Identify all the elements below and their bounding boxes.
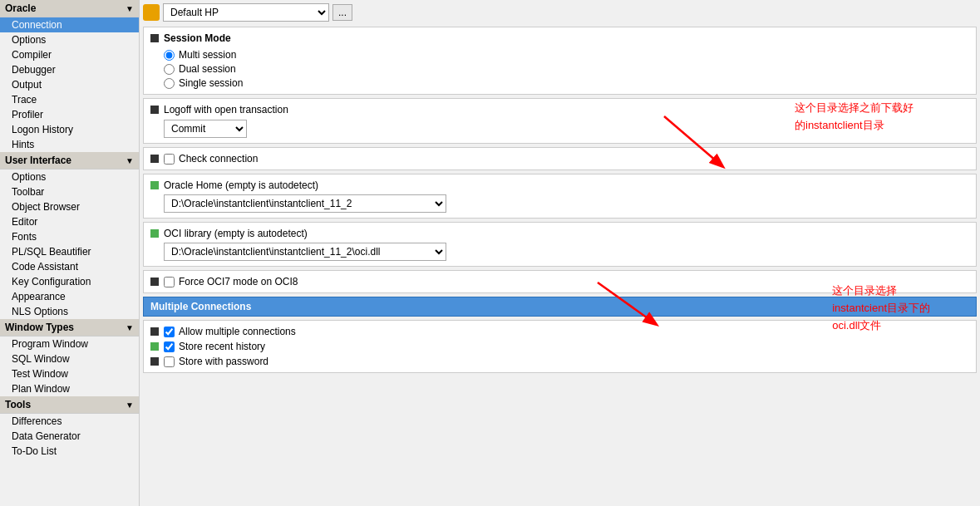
force-oci7-item[interactable]: Force OCI7 mode on OCI8 [164,276,298,287]
check-connection-section: Check connection [143,147,977,170]
wt-arrow-icon: ▼ [126,323,134,332]
logoff-square [150,106,159,114]
sidebar-item-nls-options[interactable]: NLS Options [0,304,139,319]
sidebar-item-test-window[interactable]: Test Window [0,366,139,381]
sidebar-group-oracle[interactable]: Oracle ▼ [0,0,139,17]
sidebar-item-editor[interactable]: Editor [0,214,139,229]
radio-single-input[interactable] [164,78,175,89]
store-password-square [150,357,159,366]
sidebar-item-compiler[interactable]: Compiler [0,47,139,62]
sidebar-group-ui-label: User Interface [5,155,71,166]
oracle-home-square [150,181,159,189]
multiple-connections-section: Allow multiple connections Store recent … [143,320,977,373]
radio-multi-label: Multi session [179,49,236,61]
logoff-section: Logoff with open transaction Commit [143,98,977,144]
allow-mc-square [150,327,159,336]
sidebar-item-differences[interactable]: Differences [0,414,139,429]
session-mode-section: Session Mode Multi session Dual session … [143,27,977,95]
sidebar-item-output[interactable]: Output [0,77,139,92]
sidebar-item-sql-window[interactable]: SQL Window [0,351,139,366]
check-connection-item[interactable]: Check connection [164,153,258,165]
store-recent-checkbox[interactable] [164,341,175,352]
sidebar-group-wt-label: Window Types [5,322,74,333]
oci-library-select[interactable]: D:\Oracle\instantclient\instantclient_11… [164,243,446,261]
sidebar-item-ui-options[interactable]: Options [0,169,139,184]
right-panel: 这个目录选择之前下载好 的instantclient目录 这个目录选择 inst… [140,0,980,506]
topbar: Default HP ... [143,3,977,22]
force-oci7-label: Force OCI7 mode on OCI8 [179,276,298,287]
sidebar-item-object-browser[interactable]: Object Browser [0,199,139,214]
logoff-label: Logoff with open transaction [164,104,288,115]
sidebar-item-debugger[interactable]: Debugger [0,62,139,77]
radio-single-label: Single session [179,77,243,89]
sidebar-group-tools-label: Tools [5,399,31,410]
oci-library-section: OCI library (empty is autodetect) D:\Ora… [143,222,977,267]
oci-library-square [150,229,159,238]
sidebar-group-oracle-label: Oracle [5,2,36,14]
sidebar-item-options[interactable]: Options [0,32,139,47]
session-mode-options: Multi session Dual session Single sessio… [150,49,969,89]
sidebar-item-key-configuration[interactable]: Key Configuration [0,274,139,289]
sidebar-item-trace[interactable]: Trace [0,92,139,107]
sidebar-group-window-types[interactable]: Window Types ▼ [0,319,139,337]
session-mode-header: Session Mode [150,32,969,44]
logoff-select[interactable]: Commit [164,120,247,138]
preferences-icon [143,4,160,21]
radio-dual-label: Dual session [179,63,236,75]
oci-library-title: OCI library (empty is autodetect) [164,228,308,239]
check-conn-square [150,155,159,163]
oracle-arrow-icon: ▼ [126,4,134,13]
sidebar: Oracle ▼ Connection Options Compiler Deb… [0,0,140,506]
force-oci7-checkbox[interactable] [164,277,175,287]
allow-multiple-item[interactable]: Allow multiple connections [164,326,296,337]
store-recent-square [150,342,159,351]
tools-arrow-icon: ▼ [126,400,134,410]
store-password-checkbox[interactable] [164,356,175,367]
sidebar-item-data-generator[interactable]: Data Generator [0,429,139,444]
store-recent-label: Store recent history [179,341,265,352]
store-recent-item[interactable]: Store recent history [164,341,265,352]
session-mode-title: Session Mode [164,32,231,44]
connection-select[interactable]: Default HP [163,3,329,22]
sidebar-item-toolbar[interactable]: Toolbar [0,184,139,199]
force-oci7-square [150,278,159,286]
allow-multiple-checkbox[interactable] [164,327,175,337]
oracle-home-select[interactable]: D:\Oracle\instantclient\instantclient_11… [164,194,446,213]
radio-dual-input[interactable] [164,64,175,75]
check-connection-label: Check connection [179,153,258,165]
dots-button[interactable]: ... [332,4,352,21]
radio-single-session[interactable]: Single session [164,77,969,89]
sidebar-item-logon-history[interactable]: Logon History [0,122,139,137]
sidebar-item-to-do-list[interactable]: To-Do List [0,444,139,459]
sidebar-group-tools[interactable]: Tools ▼ [0,396,139,414]
radio-multi-session[interactable]: Multi session [164,49,969,61]
multiple-connections-title: Multiple Connections [150,301,251,312]
oracle-home-title: Oracle Home (empty is autodetect) [164,179,318,191]
allow-multiple-label: Allow multiple connections [179,326,296,337]
radio-multi-input[interactable] [164,50,175,61]
oracle-home-section: Oracle Home (empty is autodetect) D:\Ora… [143,174,977,219]
sidebar-item-fonts[interactable]: Fonts [0,229,139,244]
sidebar-item-plan-window[interactable]: Plan Window [0,381,139,396]
sidebar-item-code-assistant[interactable]: Code Assistant [0,259,139,274]
check-connection-checkbox[interactable] [164,154,175,165]
sidebar-item-hints[interactable]: Hints [0,137,139,152]
multiple-connections-header: Multiple Connections [143,297,977,317]
sidebar-item-program-window[interactable]: Program Window [0,337,139,351]
ui-arrow-icon: ▼ [126,156,134,165]
session-mode-square [150,34,159,42]
store-password-label: Store with password [179,356,268,367]
sidebar-item-appearance[interactable]: Appearance [0,289,139,304]
force-oci7-section: Force OCI7 mode on OCI8 [143,270,977,293]
sidebar-item-plsql-beautifier[interactable]: PL/SQL Beautifier [0,244,139,259]
radio-dual-session[interactable]: Dual session [164,63,969,75]
sidebar-item-connection[interactable]: Connection [0,17,139,32]
store-password-item[interactable]: Store with password [164,356,268,367]
sidebar-item-profiler[interactable]: Profiler [0,107,139,122]
sidebar-group-user-interface[interactable]: User Interface ▼ [0,152,139,169]
